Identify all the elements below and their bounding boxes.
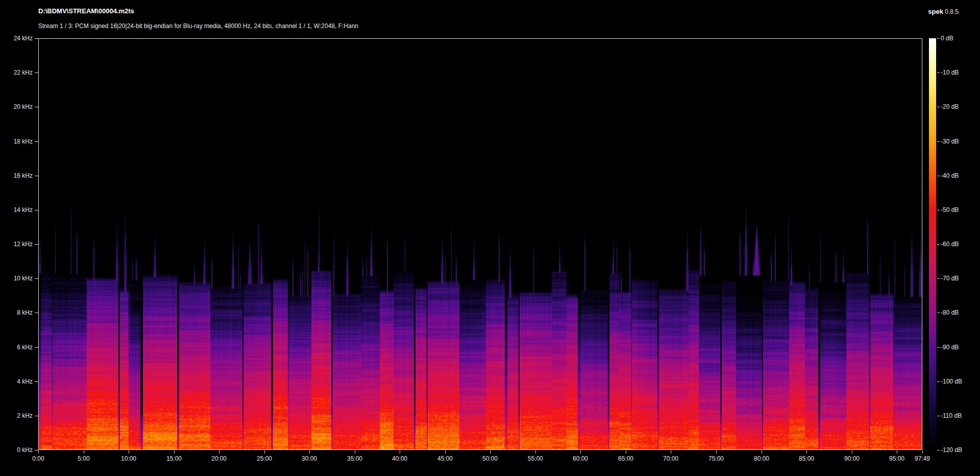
freq-tick-label: 8 kHz: [0, 309, 33, 316]
time-tick: [445, 450, 446, 454]
time-tick: [762, 450, 762, 454]
db-tick: [937, 416, 940, 416]
time-tick: [355, 450, 355, 454]
time-tick-label: 35:00: [338, 455, 371, 462]
db-tick: [937, 176, 940, 176]
db-tick: [937, 244, 940, 245]
db-tick-label: -30 dB: [941, 138, 959, 145]
db-tick-label: -50 dB: [941, 206, 959, 213]
time-tick: [38, 450, 39, 454]
db-tick: [937, 382, 940, 382]
db-tick-label: -60 dB: [941, 241, 959, 248]
freq-tick-label: 22 kHz: [0, 69, 33, 76]
time-tick-label: 55:00: [519, 455, 552, 462]
freq-tick: [35, 176, 38, 176]
db-tick-label: -110 dB: [941, 412, 962, 419]
db-tick-label: 0 dB: [941, 35, 953, 42]
db-tick-label: -70 dB: [941, 275, 959, 282]
db-tick-label: -80 dB: [941, 309, 959, 316]
time-tick-label: 0:00: [22, 455, 55, 462]
spectrogram-plot: [38, 38, 922, 450]
time-tick-label: 40:00: [383, 455, 416, 462]
db-tick-label: -40 dB: [941, 172, 959, 179]
time-tick-label: 50:00: [474, 455, 506, 462]
db-tick: [937, 141, 940, 142]
time-tick: [897, 450, 897, 454]
time-tick: [309, 450, 310, 454]
freq-tick: [35, 450, 38, 450]
time-tick-label: 10:00: [112, 455, 145, 462]
freq-tick: [35, 416, 38, 416]
time-tick: [671, 450, 671, 454]
time-tick: [580, 450, 581, 454]
stream-info: Stream 1 / 3: PCM signed 16|20|24-bit bi…: [38, 22, 358, 30]
time-tick: [852, 450, 852, 454]
time-tick-label: 75:00: [700, 455, 732, 462]
file-path-title: D:\BDMV\STREAM\00004.m2ts: [38, 7, 134, 15]
time-tick-label: 5:00: [67, 455, 100, 462]
freq-tick-label: 14 kHz: [0, 206, 33, 213]
freq-tick: [35, 107, 38, 107]
db-tick: [937, 38, 940, 39]
freq-tick: [35, 210, 38, 210]
db-tick: [937, 278, 940, 279]
freq-tick: [35, 382, 38, 382]
time-tick-label: 45:00: [429, 455, 461, 462]
freq-tick-label: 24 kHz: [0, 35, 33, 42]
time-tick-label: 90:00: [836, 455, 868, 462]
time-tick-label: 97:49: [906, 455, 939, 462]
freq-tick-label: 20 kHz: [0, 103, 33, 110]
freq-tick: [35, 347, 38, 348]
time-tick-label: 85:00: [790, 455, 823, 462]
freq-tick-label: 2 kHz: [0, 412, 33, 419]
time-tick: [490, 450, 491, 454]
db-tick: [937, 210, 940, 210]
colorbar: [929, 38, 936, 450]
freq-tick-label: 4 kHz: [0, 378, 33, 385]
time-tick: [219, 450, 219, 454]
freq-tick: [35, 141, 38, 142]
freq-tick: [35, 38, 38, 39]
time-tick-label: 65:00: [609, 455, 642, 462]
time-tick-label: 80:00: [745, 455, 778, 462]
freq-tick-label: 16 kHz: [0, 172, 33, 179]
time-tick: [264, 450, 265, 454]
db-tick-label: -90 dB: [941, 344, 959, 351]
spectrogram-canvas: [39, 39, 922, 449]
time-tick: [806, 450, 807, 454]
time-tick: [535, 450, 536, 454]
freq-tick: [35, 73, 38, 73]
freq-tick-label: 10 kHz: [0, 275, 33, 282]
freq-tick-label: 12 kHz: [0, 241, 33, 248]
time-tick-label: 70:00: [654, 455, 687, 462]
time-tick: [626, 450, 626, 454]
time-tick-label: 30:00: [293, 455, 326, 462]
time-tick: [400, 450, 400, 454]
freq-tick: [35, 313, 38, 313]
freq-tick-label: 0 kHz: [0, 446, 33, 454]
db-tick: [937, 450, 940, 450]
freq-tick: [35, 278, 38, 279]
time-tick: [922, 450, 923, 454]
spek-window: { "header": { "title": "D:\\BDMV\\STREAM…: [0, 0, 980, 476]
app-name: spek: [928, 8, 943, 15]
time-tick-label: 60:00: [564, 455, 597, 462]
db-tick: [937, 73, 940, 73]
time-tick-label: 15:00: [158, 455, 190, 462]
freq-tick-label: 18 kHz: [0, 138, 33, 145]
freq-tick: [35, 244, 38, 245]
time-tick-label: 25:00: [248, 455, 281, 462]
db-tick: [937, 313, 940, 313]
app-version: spek 0.8.5: [928, 8, 959, 15]
freq-tick-label: 6 kHz: [0, 344, 33, 351]
db-tick: [937, 347, 940, 348]
db-tick-label: -20 dB: [941, 103, 959, 110]
time-tick: [129, 450, 129, 454]
db-tick: [937, 107, 940, 107]
app-version-number: 0.8.5: [945, 8, 959, 15]
db-tick-label: -100 dB: [941, 378, 962, 385]
time-tick: [174, 450, 175, 454]
db-tick-label: -120 dB: [941, 446, 962, 454]
time-tick: [716, 450, 717, 454]
db-tick-label: -10 dB: [941, 69, 959, 76]
